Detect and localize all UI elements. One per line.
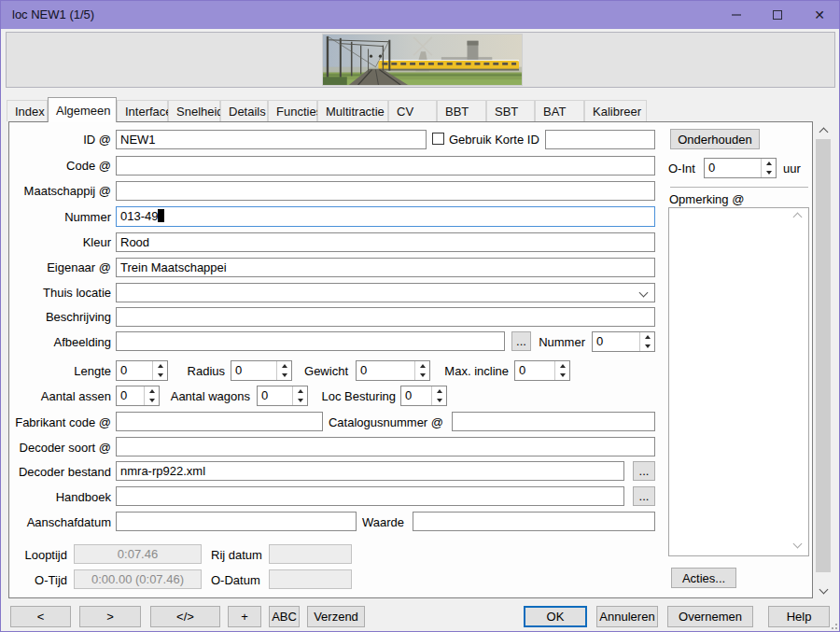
scrollbar-down-button[interactable]: [815, 583, 832, 598]
minimize-button[interactable]: [716, 1, 757, 29]
prev-loco-button[interactable]: <: [10, 606, 71, 627]
spin-down-icon[interactable]: [415, 371, 429, 380]
tab-cv[interactable]: CV: [388, 100, 437, 121]
id-label: ID @: [1, 133, 111, 148]
tab-algemeen[interactable]: Algemeen: [48, 97, 117, 122]
actions-button[interactable]: Acties...: [671, 568, 736, 588]
image-input[interactable]: [116, 331, 505, 351]
next-loco-button[interactable]: >: [79, 606, 141, 627]
tab-snelheid[interactable]: Snelheid: [168, 100, 220, 121]
purchase-date-input[interactable]: [116, 512, 357, 531]
number-input[interactable]: 013-49: [116, 206, 655, 227]
short-id-input[interactable]: [545, 130, 655, 149]
tab-index[interactable]: Index: [7, 100, 48, 121]
image-browse-button[interactable]: ...: [511, 331, 531, 351]
weight-stepper[interactable]: 0: [356, 360, 430, 381]
tab-functies[interactable]: Functies: [268, 100, 317, 121]
manufacturer-input[interactable]: [116, 412, 323, 431]
description-label: Beschrijving: [1, 310, 111, 326]
apply-button[interactable]: Overnemen: [667, 606, 753, 627]
axles-stepper[interactable]: 0: [116, 386, 160, 406]
remark-textarea[interactable]: [668, 207, 809, 556]
radius-stepper[interactable]: 0: [231, 360, 292, 381]
wagons-stepper[interactable]: 0: [257, 386, 308, 406]
maximize-icon: [773, 10, 782, 20]
manual-input[interactable]: [116, 486, 624, 506]
chevron-down-icon: [639, 288, 649, 298]
tab-interface[interactable]: Interface: [117, 100, 168, 121]
ok-button[interactable]: OK: [524, 606, 587, 627]
tab-bat[interactable]: BAT: [535, 100, 584, 121]
close-button[interactable]: ✕: [799, 1, 840, 29]
decoder-file-browse-button[interactable]: ...: [633, 461, 655, 481]
abc-button[interactable]: ABC: [269, 606, 300, 627]
spin-up-icon[interactable]: [293, 386, 307, 396]
axles-label: Aantal assen: [1, 389, 111, 405]
spin-up-icon[interactable]: [415, 361, 429, 371]
spin-up-icon[interactable]: [432, 386, 446, 396]
tab-sbt[interactable]: SBT: [486, 100, 535, 121]
spin-down-icon[interactable]: [555, 371, 569, 380]
catalog-input[interactable]: [452, 412, 655, 431]
decoder-type-input[interactable]: [116, 437, 655, 456]
spin-up-icon[interactable]: [762, 159, 776, 168]
color-label: Kleur: [1, 235, 111, 251]
o-date-value: [269, 569, 352, 589]
spin-down-icon[interactable]: [762, 168, 776, 177]
id-input[interactable]: NEW1: [116, 130, 427, 149]
code-input[interactable]: [116, 156, 655, 176]
ride-date-label: Rij datum: [211, 548, 262, 564]
chevron-down-icon: [819, 584, 828, 594]
description-input[interactable]: [116, 307, 655, 327]
spin-up-icon[interactable]: [145, 386, 159, 396]
send-button[interactable]: Verzend: [307, 606, 365, 627]
tab-details[interactable]: Details: [220, 100, 268, 121]
cancel-button[interactable]: Annuleren: [596, 606, 658, 627]
scrollbar-thumb[interactable]: [816, 139, 831, 572]
color-input[interactable]: Rood: [116, 232, 655, 252]
remark-label: Opmerking @: [669, 192, 744, 208]
home-location-label: Thuis locatie: [1, 286, 111, 302]
spin-down-icon[interactable]: [277, 371, 291, 380]
spin-up-icon[interactable]: [640, 332, 654, 342]
decoder-file-input[interactable]: nmra-rp922.xml: [116, 461, 624, 481]
help-button[interactable]: Help: [768, 606, 830, 627]
tab-bbt[interactable]: BBT: [437, 100, 486, 121]
spin-down-icon[interactable]: [145, 396, 159, 405]
runtime-value: 0:07.46: [74, 544, 202, 564]
spin-down-icon[interactable]: [640, 342, 654, 351]
weight-label: Gewicht: [296, 364, 348, 380]
maintain-button[interactable]: Onderhouden: [670, 129, 760, 149]
spin-down-icon[interactable]: [293, 396, 307, 405]
loc-control-stepper[interactable]: 0: [400, 386, 447, 406]
close-icon: ✕: [814, 8, 825, 21]
tab-kalibreer[interactable]: Kalibreer: [584, 100, 647, 121]
max-incline-stepper[interactable]: 0: [514, 360, 570, 381]
scrollbar-up-button[interactable]: [815, 122, 832, 138]
xml-view-button[interactable]: </>: [150, 606, 220, 627]
maximize-button[interactable]: [757, 1, 798, 29]
o-int-label: O-Int: [668, 162, 695, 177]
spin-up-icon[interactable]: [277, 361, 291, 371]
tab-multitractie[interactable]: Multitractie: [317, 100, 388, 121]
manufacturer-label: Fabrikant code @: [1, 415, 111, 431]
vertical-scrollbar[interactable]: [815, 122, 832, 598]
spin-up-icon[interactable]: [555, 361, 569, 371]
wagons-label: Aantal wagons: [165, 389, 250, 405]
spin-up-icon[interactable]: [153, 361, 167, 371]
company-input[interactable]: [116, 181, 655, 201]
resize-grip[interactable]: [830, 622, 837, 629]
title-bar[interactable]: loc NEW1 (1/5) ✕: [1, 1, 839, 29]
worth-input[interactable]: [413, 512, 655, 531]
spin-down-icon[interactable]: [432, 396, 446, 405]
purchase-date-label: Aanschafdatum: [1, 515, 111, 531]
owner-input[interactable]: Trein Maatschappei: [116, 258, 655, 277]
short-id-checkbox[interactable]: [432, 133, 444, 145]
manual-browse-button[interactable]: ...: [633, 486, 655, 506]
o-int-stepper[interactable]: 0: [704, 158, 777, 178]
add-button[interactable]: +: [228, 606, 261, 627]
spin-down-icon[interactable]: [153, 371, 167, 380]
length-stepper[interactable]: 0: [116, 360, 168, 381]
image-number-stepper[interactable]: 0: [592, 331, 655, 352]
home-location-select[interactable]: [116, 283, 655, 302]
